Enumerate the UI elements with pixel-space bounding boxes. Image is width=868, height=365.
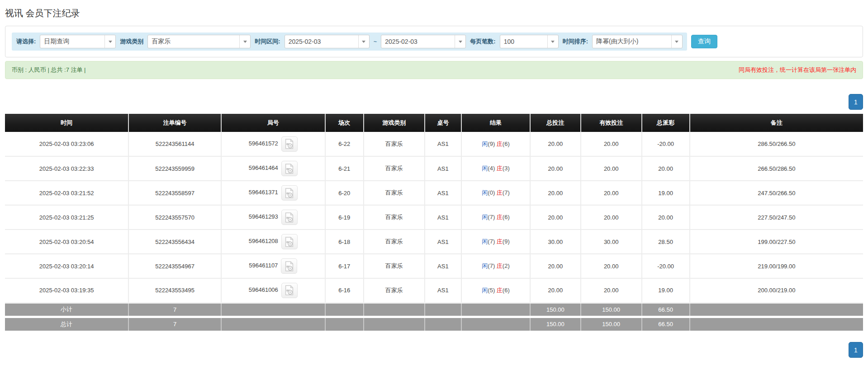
page-title: 视讯 会员下注纪录 <box>5 7 863 19</box>
time-sort-value: 降幂(由大到小) <box>593 37 671 46</box>
cell-time: 2025-02-03 03:23:06 <box>5 132 128 156</box>
query-type-value: 日期查询 <box>40 37 104 46</box>
cell-result: 闲(0) 庄(7) <box>461 181 530 205</box>
bet-records-table: 时间注单编号局号场次游戏类别桌号结果总投注有效投注总派彩备注 2025-02-0… <box>5 114 863 331</box>
cell-valid-bet: 20.00 <box>581 132 642 156</box>
summary-count: 7 <box>128 303 221 317</box>
summary-total-bet: 150.00 <box>530 317 581 331</box>
chevron-down-icon[interactable] <box>239 35 250 48</box>
cell-total-bet: 20.00 <box>530 205 581 229</box>
summary-bar: 币别 : 人民币 | 总共 :7 注单 | 同局有效投注，统一计算在该局第一张注… <box>5 61 863 79</box>
cell-session: 6-20 <box>325 181 364 205</box>
time-range-label: 时间区间: <box>255 37 280 46</box>
video-file-icon <box>285 285 294 295</box>
date-to-input[interactable]: 2025-02-03 <box>381 35 466 48</box>
summary-count: 7 <box>128 317 221 331</box>
cell-round-id: 596461293 <box>221 205 325 229</box>
page-1-button[interactable]: 1 <box>849 342 863 358</box>
summary-total-bet: 150.00 <box>530 303 581 317</box>
cell-time: 2025-02-03 03:22:33 <box>5 156 128 181</box>
cell-time: 2025-02-03 03:21:25 <box>5 205 128 229</box>
video-replay-button[interactable] <box>281 283 298 298</box>
chevron-down-icon[interactable] <box>358 35 369 48</box>
cell-note: 286.50/266.50 <box>690 132 863 156</box>
pagination-top: 1 <box>5 94 863 110</box>
column-header-total-payout: 总派彩 <box>642 114 690 132</box>
table-row: 2025-02-03 03:22:33 522243559959 5964614… <box>5 156 863 181</box>
cell-total-bet: 20.00 <box>530 181 581 205</box>
summary-payout: 66.50 <box>642 303 690 317</box>
cell-valid-bet: 20.00 <box>581 181 642 205</box>
valid-bet-notice-text: 同局有效投注，统一计算在该局第一张注单内 <box>739 66 856 74</box>
table-row: 2025-02-03 03:19:35 522243553495 5964610… <box>5 278 863 303</box>
video-file-icon <box>285 237 294 247</box>
cell-total-bet: 20.00 <box>530 132 581 156</box>
cell-bet-id: 522243553495 <box>128 278 221 303</box>
cell-table-no: AS1 <box>425 229 462 254</box>
video-file-icon <box>285 164 294 174</box>
cell-session: 6-22 <box>325 132 364 156</box>
pagination-bottom: 1 <box>5 342 863 358</box>
cell-note: 200.00/219.00 <box>690 278 863 303</box>
query-type-select[interactable]: 日期查询 <box>40 35 116 48</box>
cell-game-category: 百家乐 <box>364 156 425 181</box>
cell-result: 闲(7) 庄(6) <box>461 205 530 229</box>
video-replay-button[interactable] <box>281 185 298 201</box>
cell-note: 227.50/247.50 <box>690 205 863 229</box>
page-size-label: 每页笔数: <box>470 37 495 46</box>
cell-round-id: 596461006 <box>221 278 325 303</box>
cell-result: 闲(5) 庄(6) <box>461 278 530 303</box>
date-range-separator: ~ <box>374 38 377 45</box>
video-replay-button[interactable] <box>281 258 297 274</box>
cell-total-bet: 20.00 <box>530 156 581 181</box>
video-replay-button[interactable] <box>281 161 298 176</box>
cell-session: 6-21 <box>325 156 364 181</box>
page-size-select[interactable]: 100 <box>500 35 559 48</box>
table-header-row: 时间注单编号局号场次游戏类别桌号结果总投注有效投注总派彩备注 <box>5 114 863 132</box>
cell-round-id: 596461371 <box>221 181 325 205</box>
cell-bet-id: 522243556434 <box>128 229 221 254</box>
chevron-down-icon[interactable] <box>547 35 558 48</box>
cell-time: 2025-02-03 03:21:52 <box>5 181 128 205</box>
video-file-icon <box>285 261 294 271</box>
cell-note: 266.50/286.50 <box>690 156 863 181</box>
column-header-time: 时间 <box>5 114 128 132</box>
cell-result: 闲(4) 庄(3) <box>461 156 530 181</box>
video-replay-button[interactable] <box>281 136 298 152</box>
column-header-session: 场次 <box>325 114 364 132</box>
currency-summary-text: 币别 : 人民币 | 总共 :7 注单 | <box>12 66 86 74</box>
cell-session: 6-18 <box>325 229 364 254</box>
video-replay-button[interactable] <box>281 210 298 225</box>
game-category-label: 游戏类别 <box>120 37 143 46</box>
query-type-label: 请选择: <box>16 37 36 46</box>
column-header-result: 结果 <box>461 114 530 132</box>
time-sort-select[interactable]: 降幂(由大到小) <box>592 35 683 48</box>
game-category-select[interactable]: 百家乐 <box>147 35 251 48</box>
page-1-button[interactable]: 1 <box>849 94 863 110</box>
cell-round-id: 596461572 <box>221 132 325 156</box>
chevron-down-icon[interactable] <box>104 35 115 48</box>
summary-label: 总计 <box>5 317 128 331</box>
chevron-down-icon[interactable] <box>455 35 465 48</box>
summary-label: 小计 <box>5 303 128 317</box>
table-row: 2025-02-03 03:20:54 522243556434 5964612… <box>5 229 863 254</box>
cell-table-no: AS1 <box>425 205 462 229</box>
game-category-value: 百家乐 <box>148 37 239 46</box>
cell-table-no: AS1 <box>425 181 462 205</box>
chevron-down-icon[interactable] <box>671 35 682 48</box>
time-sort-label: 时间排序: <box>563 37 588 46</box>
date-to-value: 2025-02-03 <box>381 38 455 45</box>
cell-total-bet: 20.00 <box>530 278 581 303</box>
cell-total-bet: 20.00 <box>530 254 581 278</box>
cell-time: 2025-02-03 03:20:14 <box>5 254 128 278</box>
date-from-input[interactable]: 2025-02-03 <box>285 35 370 48</box>
cell-note: 219.00/199.00 <box>690 254 863 278</box>
cell-bet-id: 522243554967 <box>128 254 221 278</box>
search-button[interactable]: 查询 <box>691 35 717 48</box>
cell-game-category: 百家乐 <box>364 229 425 254</box>
video-file-icon <box>285 139 294 149</box>
summary-payout: 66.50 <box>642 317 690 331</box>
cell-valid-bet: 20.00 <box>581 156 642 181</box>
cell-total-payout: 28.50 <box>642 229 690 254</box>
video-replay-button[interactable] <box>281 234 298 249</box>
